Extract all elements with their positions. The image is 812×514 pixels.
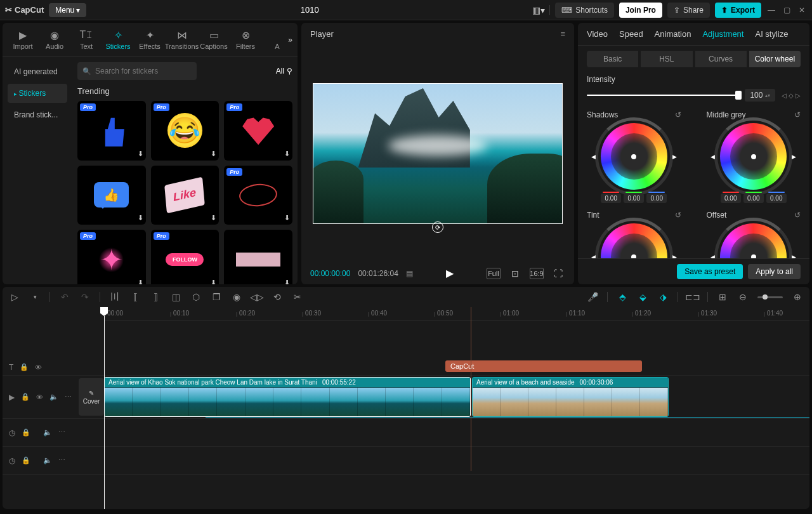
export-button[interactable]: ⬆ Export [715,3,761,18]
download-icon[interactable]: ⬇ [138,214,143,222]
duplicate-tool[interactable]: ❐ [211,291,222,303]
mute-icon[interactable]: 🔈 [43,428,52,437]
snap-tool-1[interactable]: ⬘ [617,291,628,303]
sticker-follow[interactable]: ProFOLLOW⬇ [151,230,219,284]
tab-stickers[interactable]: ✧Stickers [103,25,133,56]
b-value[interactable]: 0.00 [646,194,667,203]
rtab-adjustment[interactable]: Adjustment [702,29,743,45]
apply-all-button[interactable]: Apply to all [748,264,801,279]
arrow-left-icon[interactable]: ◀ [710,254,715,259]
layout-icon[interactable]: ▥▾ [533,4,544,16]
audio-clip-capcut[interactable]: CapCut [445,360,642,372]
close-icon[interactable]: ✕ [797,5,807,15]
video-clip-1[interactable]: Aerial view of Khao Sok national park Ch… [104,377,471,417]
playhead-flag[interactable] [100,307,108,316]
tab-text[interactable]: T𝙸Text [71,25,102,56]
download-icon[interactable]: ⬇ [211,150,216,158]
join-pro-button[interactable]: Join Pro [619,3,662,18]
snap-tool-2[interactable]: ⬙ [637,291,648,303]
pointer-tool[interactable]: ▷ [9,291,20,303]
sidebar-item-stickers[interactable]: Stickers [8,84,67,103]
full-button[interactable]: Full [487,268,501,279]
split-tool[interactable]: 〣 [109,291,121,303]
more-icon[interactable]: ⋯ [65,393,72,401]
sticker-laugh[interactable]: Pro⬇ [151,101,219,161]
magnet-tool[interactable]: ⊏⊐ [687,291,698,303]
undo-button[interactable]: ↶ [59,291,70,303]
rtab-ai-stylize[interactable]: AI stylize [755,29,788,45]
mute-icon[interactable]: 🔈 [43,456,52,465]
arrow-right-icon[interactable]: ▶ [792,154,796,160]
more-icon[interactable]: ⋯ [58,456,65,465]
crop2-tool[interactable]: ✂ [292,291,303,303]
maximize-icon[interactable]: ▢ [782,5,792,15]
arrow-right-icon[interactable]: ▶ [672,154,677,160]
eye-icon[interactable]: 👁 [36,393,43,401]
g-value[interactable]: 0.00 [624,194,644,203]
lock-icon[interactable]: 🔒 [22,428,30,437]
download-icon[interactable]: ⬇ [284,279,290,284]
playhead-line[interactable] [104,316,105,509]
sidebar-item-brand[interactable]: Brand stick... [8,105,67,124]
reset-icon[interactable]: ↺ [675,110,681,119]
download-icon[interactable]: ⬇ [138,279,143,284]
download-icon[interactable]: ⬇ [138,150,143,158]
arrow-right-icon[interactable]: ▶ [672,254,677,259]
mirror-tool[interactable]: ◁▷ [251,291,263,303]
tab-import[interactable]: ▶Import [8,25,38,56]
audio-track-content[interactable] [79,419,809,446]
intensity-slider[interactable] [587,95,738,96]
search-input[interactable] [77,62,197,80]
reset-icon[interactable]: ↺ [794,110,801,119]
download-icon[interactable]: ⬇ [284,214,290,222]
sync-icon[interactable]: ⟳ [432,221,443,233]
eye-icon[interactable]: 👁 [35,364,42,371]
timeline-ruler[interactable]: 00:00 00:10 00:20 00:30 00:40 00:50 01:0… [104,307,809,321]
more-tabs-icon[interactable]: » [285,33,295,47]
fullscreen-icon[interactable]: ⛶ [551,268,565,279]
sticker-like-bubble[interactable]: 👍⬇ [77,166,146,225]
sticker-tape[interactable]: ⬇ [224,230,292,284]
filter-all[interactable]: All ⚲ [276,67,292,76]
crop-tool[interactable]: ◫ [170,291,181,303]
tab-transitions[interactable]: ⋈Transitions [166,25,197,56]
slider-thumb[interactable] [735,91,742,100]
download-icon[interactable]: ⬇ [211,214,216,222]
redo-button[interactable]: ↷ [79,291,91,303]
rtab-speed[interactable]: Speed [619,29,643,45]
download-icon[interactable]: ⬇ [211,279,216,284]
subtab-color-wheel[interactable]: Color wheel [749,51,801,67]
mic-icon[interactable]: 🎤 [587,291,598,303]
record-tool[interactable]: ◉ [231,291,242,303]
subtab-hsl[interactable]: HSL [641,51,692,67]
sidebar-item-ai[interactable]: AI generated [8,62,67,81]
tab-audio[interactable]: ◉Audio [39,25,70,56]
lock-icon[interactable]: 🔒 [21,393,30,401]
track-tool[interactable]: ⊞ [717,291,728,303]
marker-tool[interactable]: ⬡ [190,291,202,303]
compare-icon[interactable]: ▤ [406,269,413,278]
ratio-button[interactable]: 16:9 [530,268,544,279]
lock-icon[interactable]: 🔒 [20,363,29,371]
zoom-slider[interactable] [757,296,783,298]
sticker-firework[interactable]: Pro⬇ [77,230,146,284]
more-icon[interactable]: ⋯ [58,428,65,437]
zoom-out-button[interactable]: ⊖ [737,291,749,303]
r-value[interactable]: 0.00 [601,194,621,203]
reset-icon[interactable]: ↺ [675,211,681,220]
subtab-curves[interactable]: Curves [695,51,747,67]
trim-left-tool[interactable]: ⟦ [129,291,141,303]
safe-zone-icon[interactable]: ⊡ [508,268,522,279]
play-button[interactable]: ▶ [446,267,454,279]
download-icon[interactable]: ⬇ [284,150,290,158]
tab-effects[interactable]: ✦Effects [134,25,165,56]
rtab-video[interactable]: Video [587,29,608,45]
tab-filters[interactable]: ⊗Filters [230,25,261,56]
keyframe-controls[interactable]: ◁ ◇ ▷ [782,92,801,99]
shortcuts-button[interactable]: ⌨ Shortcuts [555,3,614,18]
subtab-basic[interactable]: Basic [587,51,638,67]
zoom-in-button[interactable]: ⊕ [792,291,803,303]
save-preset-button[interactable]: Save as preset [677,264,743,279]
sticker-heart[interactable]: Pro⬇ [224,101,292,161]
sticker-thumbs-up[interactable]: Pro⬇ [77,101,146,161]
